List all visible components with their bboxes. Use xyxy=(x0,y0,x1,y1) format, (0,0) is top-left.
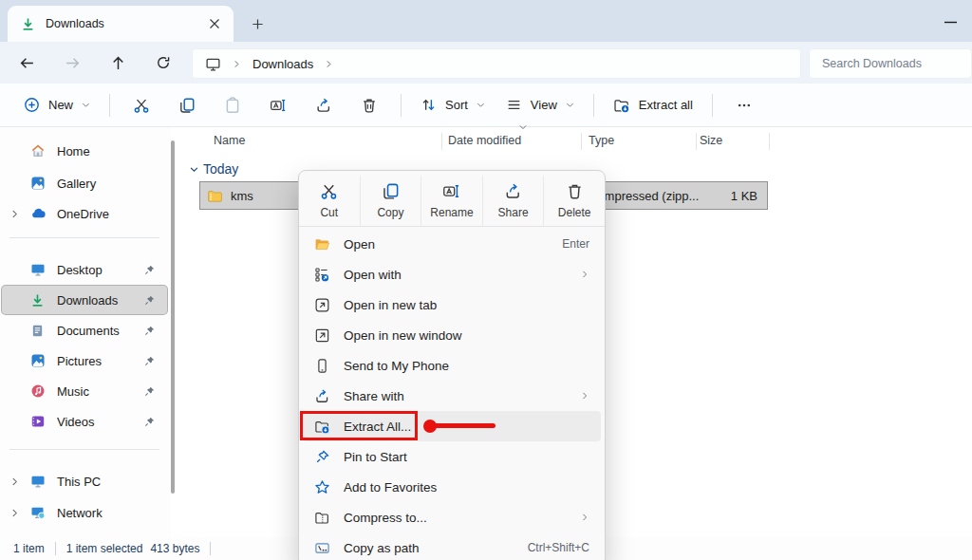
group-label: Today xyxy=(203,161,238,177)
column-header-type[interactable]: Type xyxy=(589,134,614,147)
menu-item-open[interactable]: Open Enter xyxy=(303,229,601,259)
this-pc-icon xyxy=(205,56,221,72)
menu-item-label: Compress to... xyxy=(344,511,567,525)
sort-descending-icon xyxy=(518,122,528,132)
videos-icon xyxy=(30,414,46,429)
home-icon xyxy=(30,143,46,159)
pin-to-start-icon xyxy=(314,449,330,465)
status-divider xyxy=(210,542,211,555)
chevron-down-icon xyxy=(189,164,199,175)
chevron-right-icon[interactable] xyxy=(325,60,333,68)
paste-button xyxy=(212,89,253,121)
sidebar-item-desktop[interactable]: Desktop xyxy=(2,255,167,284)
share-menu-button[interactable]: Share xyxy=(482,176,544,226)
sidebar-item-documents[interactable]: Documents xyxy=(2,316,167,345)
menu-item-add-to-favorites[interactable]: Add to Favorites xyxy=(303,472,601,502)
chevron-right-icon[interactable] xyxy=(233,60,241,68)
up-button[interactable] xyxy=(101,47,135,79)
column-headers: Name Date modified Type Size xyxy=(177,129,972,154)
selection-size: 413 bytes xyxy=(150,542,199,555)
breadcrumb-location[interactable]: Downloads xyxy=(252,57,313,71)
sidebar-scrollbar[interactable] xyxy=(171,140,175,494)
gallery-icon xyxy=(30,176,46,191)
group-header-today[interactable]: Today xyxy=(189,159,238,178)
pin-icon xyxy=(143,385,156,398)
documents-icon xyxy=(30,324,46,338)
sort-button-label: Sort xyxy=(445,98,468,112)
sidebar-item-label: Pictures xyxy=(57,354,102,368)
new-button[interactable]: New xyxy=(13,89,101,121)
delete-button[interactable] xyxy=(348,89,390,121)
sidebar-item-label: Documents xyxy=(57,324,120,338)
sidebar-item-network[interactable]: Network xyxy=(2,498,167,527)
quick-action-label: Share xyxy=(498,206,529,219)
menu-item-compress-to[interactable]: Compress to... xyxy=(303,502,601,532)
chevron-right-icon[interactable] xyxy=(9,209,21,219)
sidebar-item-pictures[interactable]: Pictures xyxy=(2,346,167,375)
quick-action-label: Rename xyxy=(430,206,473,219)
sidebar-item-label: Gallery xyxy=(57,177,96,191)
column-divider[interactable] xyxy=(441,133,442,150)
tab-downloads[interactable]: Downloads xyxy=(8,6,234,42)
menu-item-open-in-new-window[interactable]: Open in new window xyxy=(303,320,601,350)
downloads-icon xyxy=(30,293,46,308)
close-tab-icon[interactable] xyxy=(203,12,226,35)
cut-menu-button[interactable]: Cut xyxy=(299,176,360,226)
copy-menu-button[interactable]: Copy xyxy=(360,176,421,226)
new-button-label: New xyxy=(48,98,73,112)
delete-menu-button[interactable]: Delete xyxy=(543,176,605,226)
sidebar-item-this-pc[interactable]: This PC xyxy=(2,467,167,495)
sidebar-item-videos[interactable]: Videos xyxy=(2,407,167,436)
menu-item-open-in-new-tab[interactable]: Open in new tab xyxy=(303,289,601,320)
rename-button[interactable] xyxy=(257,89,299,121)
chevron-right-icon[interactable] xyxy=(9,476,21,487)
sidebar-item-onedrive[interactable]: OneDrive xyxy=(2,199,167,228)
column-divider[interactable] xyxy=(696,133,697,150)
menu-item-copy-as-path[interactable]: Copy as path Ctrl+Shift+C xyxy=(303,532,601,560)
item-count: 1 item xyxy=(13,542,45,555)
menu-item-share-with[interactable]: Share with xyxy=(303,381,601,411)
sidebar-item-label: Network xyxy=(57,506,103,520)
toolbar-divider xyxy=(593,94,594,117)
see-more-button[interactable] xyxy=(723,89,765,121)
menu-item-label: Copy as path xyxy=(344,541,514,555)
address-bar[interactable]: Downloads xyxy=(192,48,801,79)
menu-item-open-with[interactable]: Open with xyxy=(303,259,601,289)
sidebar-item-home[interactable]: Home xyxy=(2,137,167,165)
minimize-button[interactable] xyxy=(934,9,966,34)
tab-title: Downloads xyxy=(46,17,203,30)
refresh-button[interactable] xyxy=(146,47,180,79)
share-icon xyxy=(504,182,522,200)
sort-button[interactable]: Sort xyxy=(410,89,495,121)
column-header-name[interactable]: Name xyxy=(214,134,245,147)
rename-icon xyxy=(442,182,460,200)
column-header-size[interactable]: Size xyxy=(700,134,722,147)
back-button[interactable] xyxy=(9,47,44,79)
chevron-right-icon[interactable] xyxy=(9,508,21,518)
title-bar: Downloads xyxy=(0,0,972,42)
status-divider xyxy=(55,542,56,555)
column-header-date-modified[interactable]: Date modified xyxy=(448,134,521,147)
pin-icon xyxy=(143,264,156,276)
rename-menu-button[interactable]: Rename xyxy=(421,176,482,226)
view-button[interactable]: View xyxy=(495,89,585,121)
sidebar-item-downloads[interactable]: Downloads xyxy=(2,286,167,314)
menu-item-send-to-my-phone[interactable]: Send to My Phone xyxy=(303,350,601,381)
view-button-label: View xyxy=(531,98,557,112)
copy-button[interactable] xyxy=(166,89,208,121)
new-tab-button[interactable] xyxy=(245,11,270,36)
search-input[interactable] xyxy=(809,48,972,79)
open-with-icon xyxy=(314,267,330,283)
sidebar-item-gallery[interactable]: Gallery xyxy=(2,169,167,197)
annotation-highlight-box xyxy=(300,411,418,440)
share-button[interactable] xyxy=(303,89,345,121)
menu-item-pin-to-start[interactable]: Pin to Start xyxy=(303,441,601,472)
extract-all-button[interactable]: Extract all xyxy=(603,89,703,121)
menu-item-label: Send to My Phone xyxy=(344,359,589,373)
sidebar-item-label: OneDrive xyxy=(57,207,109,221)
toolbar-divider xyxy=(401,94,402,117)
cut-button[interactable] xyxy=(121,89,162,121)
column-divider[interactable] xyxy=(769,133,770,150)
column-divider[interactable] xyxy=(581,133,582,150)
sidebar-item-music[interactable]: Music xyxy=(2,377,167,405)
